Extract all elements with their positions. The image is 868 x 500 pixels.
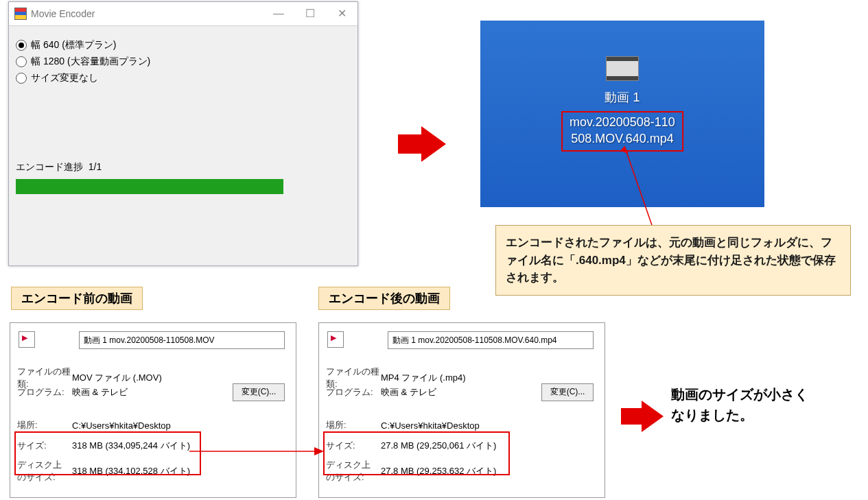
title-bar: Movie Encoder — ☐ ✕: [9, 2, 357, 26]
progress-label: エンコード進捗 1/1: [16, 161, 351, 174]
app-icon: [14, 8, 27, 20]
option-label: サイズ変更なし: [31, 72, 98, 84]
progress-bar: [16, 179, 283, 194]
properties-after: 動画 1 mov.20200508-110508.MOV.640.mp4 ファイ…: [318, 322, 605, 498]
svg-marker-5: [621, 401, 664, 432]
arrow-icon: [398, 126, 446, 162]
change-program-button[interactable]: 変更(C)...: [233, 383, 285, 401]
option-no-resize[interactable]: サイズ変更なし: [16, 70, 351, 86]
video-file-icon: [606, 56, 639, 81]
option-label: 幅 640 (標準プラン): [31, 39, 116, 51]
maximize-button[interactable]: ☐: [294, 2, 326, 25]
radio-icon: [16, 73, 27, 84]
movie-encoder-window: Movie Encoder — ☐ ✕ 幅 640 (標準プラン) 幅 1280…: [8, 1, 358, 266]
file-type-icon: [327, 331, 344, 348]
explanation-note: エンコードされたファイルは、元の動画と同じフォルダに、ファイル名に「.640.m…: [495, 225, 851, 296]
desktop-output-preview: 動画 1 mov.20200508-110 508.MOV.640.mp4: [480, 21, 764, 207]
file-type-icon: [19, 331, 35, 348]
progress-area: エンコード進捗 1/1: [16, 161, 351, 194]
output-filename-highlight: mov.20200508-110 508.MOV.640.mp4: [561, 111, 683, 152]
value-location: C:¥Users¥hkita¥Desktop: [381, 420, 480, 431]
value-size: 27.8 MB (29,250,061 バイト): [381, 440, 496, 452]
close-button[interactable]: ✕: [326, 2, 357, 25]
label-size: サイズ:: [17, 440, 72, 452]
label-size: サイズ:: [326, 440, 381, 452]
filename-field[interactable]: 動画 1 mov.20200508-110508.MOV: [79, 331, 285, 349]
label-program: プログラム:: [326, 386, 381, 398]
option-width-1280[interactable]: 幅 1280 (大容量動画プラン): [16, 53, 351, 70]
label-location: 場所:: [326, 419, 381, 431]
label-location: 場所:: [17, 419, 72, 431]
option-label: 幅 1280 (大容量動画プラン): [31, 56, 150, 68]
heading-after: エンコード後の動画: [318, 287, 450, 310]
value-disk-size: 318 MB (334,102,528 バイト): [72, 465, 190, 477]
filename-field[interactable]: 動画 1 mov.20200508-110508.MOV.640.mp4: [388, 331, 594, 349]
option-width-640[interactable]: 幅 640 (標準プラン): [16, 37, 351, 53]
radio-icon: [16, 40, 27, 51]
value-size: 318 MB (334,095,244 バイト): [72, 440, 190, 452]
label-program: プログラム:: [17, 386, 72, 398]
value-program: 映画 & テレビ: [381, 386, 436, 398]
value-disk-size: 27.8 MB (29,253,632 バイト): [381, 465, 496, 477]
change-program-button[interactable]: 変更(C)...: [541, 383, 594, 401]
radio-icon: [16, 56, 27, 67]
svg-marker-0: [398, 126, 446, 162]
value-location: C:¥Users¥hkita¥Desktop: [72, 420, 171, 431]
encoding-options: 幅 640 (標準プラン) 幅 1280 (大容量動画プラン) サイズ変更なし: [9, 26, 357, 86]
heading-before: エンコード前の動画: [11, 287, 143, 310]
minimize-button[interactable]: —: [263, 2, 294, 25]
value-file-type: MP4 ファイル (.mp4): [381, 372, 466, 384]
result-caption: 動画のサイズが小さくなりました。: [671, 384, 808, 425]
window-title: Movie Encoder: [31, 8, 95, 19]
label-disk-size: ディスク上 のサイズ:: [17, 459, 72, 484]
output-file-caption: 動画 1: [480, 89, 764, 106]
label-disk-size: ディスク上 のサイズ:: [326, 459, 381, 484]
value-file-type: MOV ファイル (.MOV): [72, 372, 162, 384]
arrow-icon: [621, 401, 664, 432]
properties-before: 動画 1 mov.20200508-110508.MOV ファイルの種類:MOV…: [10, 322, 296, 498]
value-program: 映画 & テレビ: [72, 386, 128, 398]
